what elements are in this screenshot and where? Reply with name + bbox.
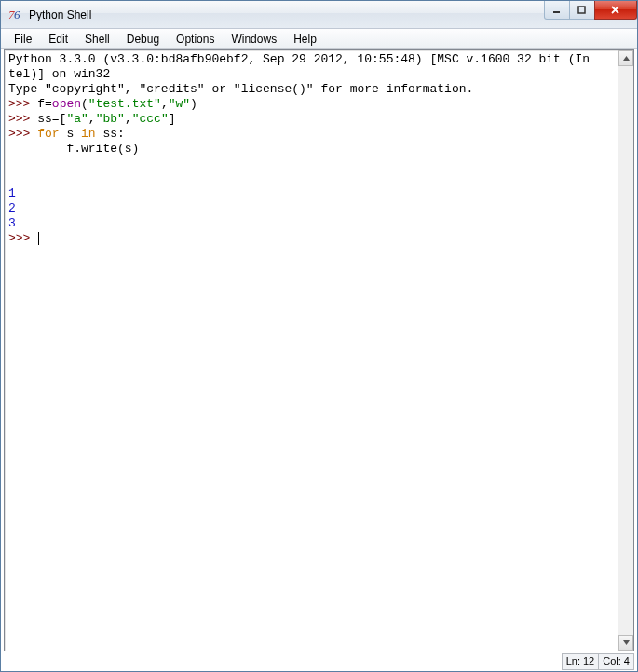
- menu-file[interactable]: File: [7, 31, 39, 48]
- minimize-button[interactable]: [544, 1, 570, 20]
- status-line: Ln: 12: [562, 653, 600, 670]
- title-bar: 7 6 Python Shell: [1, 1, 637, 29]
- maximize-button[interactable]: [569, 1, 595, 20]
- menu-edit[interactable]: Edit: [41, 31, 75, 48]
- scroll-track[interactable]: [618, 66, 633, 635]
- menu-options[interactable]: Options: [169, 31, 222, 48]
- svg-rect-3: [578, 7, 585, 13]
- scroll-down-button[interactable]: [618, 635, 633, 651]
- close-button[interactable]: [594, 1, 637, 20]
- window-title: Python Shell: [29, 8, 91, 21]
- window-controls: [545, 1, 637, 20]
- menu-help[interactable]: Help: [286, 31, 324, 48]
- prompt: >>>: [8, 97, 37, 111]
- menu-shell[interactable]: Shell: [77, 31, 117, 48]
- svg-text:6: 6: [14, 7, 20, 21]
- menu-bar: File Edit Shell Debug Options Windows He…: [1, 29, 637, 49]
- menu-debug[interactable]: Debug: [119, 31, 167, 48]
- output-line: 1: [8, 186, 16, 200]
- status-col: Col: 4: [598, 653, 634, 670]
- banner-line: Python 3.3.0 (v3.3.0:bd8afb90ebf2, Sep 2…: [8, 52, 590, 66]
- menu-windows[interactable]: Windows: [224, 31, 284, 48]
- prompt: >>>: [8, 112, 37, 126]
- scroll-up-button[interactable]: [618, 50, 633, 66]
- shell-text-area[interactable]: Python 3.3.0 (v3.3.0:bd8afb90ebf2, Sep 2…: [5, 50, 618, 651]
- vertical-scrollbar[interactable]: [618, 50, 633, 651]
- prompt: >>>: [8, 127, 37, 141]
- banner-line: tel)] on win32: [8, 67, 110, 81]
- app-icon: 7 6: [8, 7, 23, 22]
- editor-frame: Python 3.3.0 (v3.3.0:bd8afb90ebf2, Sep 2…: [4, 49, 634, 651]
- text-cursor: [38, 232, 39, 245]
- status-bar: Ln: 12 Col: 4: [4, 653, 634, 670]
- prompt: >>>: [8, 231, 37, 245]
- output-line: 3: [8, 216, 16, 230]
- banner-line: Type "copyright", "credits" or "license(…: [8, 82, 473, 96]
- output-line: 2: [8, 201, 16, 215]
